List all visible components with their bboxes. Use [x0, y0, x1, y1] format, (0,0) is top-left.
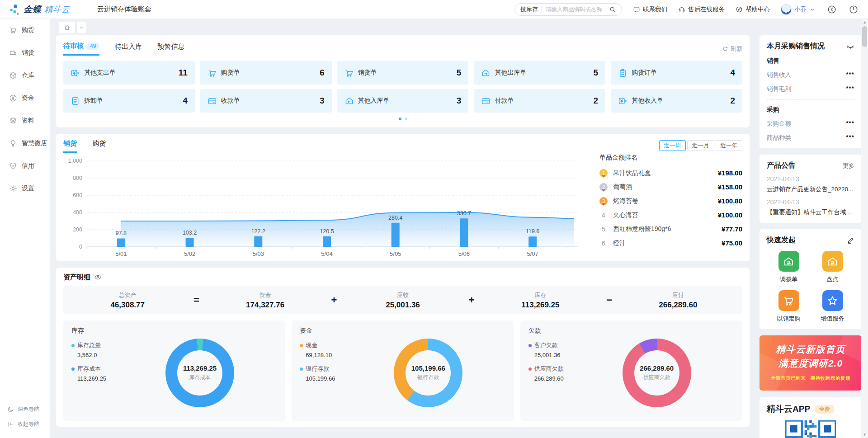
sidebar-item-销货[interactable]: 销货 [0, 42, 50, 64]
todo-card-购货单[interactable]: 购货单6 [200, 61, 332, 85]
legend-label: 库存总量 [77, 341, 101, 349]
carousel-dot[interactable] [405, 118, 407, 120]
home-tab[interactable] [59, 22, 75, 33]
todo-tabs-row: 待审核49待出入库预警信息 刷新 [63, 42, 742, 56]
page-scrollbar[interactable]: ▲ ▼ [861, 19, 868, 438]
period-button-近一月[interactable]: 近一月 [687, 140, 714, 151]
todo-tab-待出入库[interactable]: 待出入库 [115, 42, 142, 56]
tab-dropdown-button[interactable] [77, 22, 86, 33]
announcements-more-link[interactable]: 更多 [843, 162, 854, 170]
house-in-icon [344, 96, 354, 106]
svg-text:97.8: 97.8 [116, 230, 127, 236]
breakdown-legend: 客户欠款25,001.36供应商欠款266,289.60 [528, 341, 564, 388]
ranking-item[interactable]: 3烤海苔卷¥100.80 [599, 194, 742, 208]
brand-logo[interactable]: 金蝶 精斗云 [9, 4, 70, 15]
todo-card-销货单[interactable]: 销货单5 [337, 61, 469, 85]
period-button-近一年[interactable]: 近一年 [716, 140, 743, 151]
announcement-link[interactable]: 【重要通知】精斗云工作台域... [767, 208, 854, 217]
avatar[interactable] [781, 4, 792, 15]
scroll-down-arrow[interactable]: ▼ [861, 433, 868, 437]
sidebar-item-仓库[interactable]: 仓库 [0, 64, 50, 87]
trend-tab-销货[interactable]: 销货 [63, 139, 77, 153]
ranking-item[interactable]: 2葡萄酒¥158.00 [599, 180, 742, 194]
period-buttons: 近一周近一月近一年 [659, 140, 743, 151]
todo-tab-待审核[interactable]: 待审核49 [63, 42, 99, 56]
todo-card-其他入库单[interactable]: 其他入库单3 [337, 89, 469, 113]
topbar-link-售后在线服务[interactable]: 售后在线服务 [678, 5, 725, 14]
quick-action-以销定购[interactable]: 以销定购 [777, 290, 801, 323]
ranking-item-name: 西红柿意粉酱190g*6 [613, 225, 716, 233]
eye-off-icon[interactable] [846, 42, 854, 51]
sidebar-item-智慧微店[interactable]: 智慧微店 [0, 132, 50, 155]
svg-text:120.5: 120.5 [320, 228, 334, 235]
todo-card-其他出库单[interactable]: 其他出库单5 [474, 61, 605, 85]
quick-action-调拨单[interactable]: 调拨单 [778, 251, 799, 283]
ranking-item[interactable]: 4夹心海苔¥100.00 [599, 208, 742, 222]
pencil-icon[interactable] [847, 236, 854, 244]
sidebar-item-设置[interactable]: 设置 [0, 177, 50, 200]
todo-card-付款单[interactable]: 付款单2 [474, 89, 605, 113]
formula-stat-资金: 资金174,327.76 [201, 291, 329, 310]
topbar-link-帮助中心[interactable]: 帮助中心 [736, 5, 770, 14]
sidebar-footer-深色导航[interactable]: 深色导航 [0, 402, 50, 417]
trend-chart-svg: 02004006008001,00097.8103.2122.2120.5280… [61, 155, 580, 261]
todo-card-购货订单[interactable]: 购货订单4 [611, 61, 742, 85]
carousel-dot[interactable] [399, 118, 401, 120]
search-box[interactable]: 搜库存 [514, 3, 622, 16]
sidebar-footer-收起导航[interactable]: 收起导航 [0, 417, 50, 432]
user-menu[interactable]: 小乔 [781, 4, 816, 15]
legend-dot [528, 344, 532, 347]
house-swap-icon [783, 255, 795, 268]
formula-stat-应收: 应收25,001.36 [339, 291, 467, 310]
survey-banner[interactable]: 精斗云新版首页 满意度调研2.0 全新首页已到来 期待收到您的反馈 [760, 335, 862, 391]
ranking-item[interactable]: 5西红柿意粉酱190g*6¥77.70 [599, 222, 742, 236]
power-button[interactable] [848, 4, 859, 15]
kingdee-logo-icon [9, 4, 21, 15]
todo-card-其他支出单[interactable]: 其他支出单11 [63, 61, 195, 85]
search-icon[interactable] [609, 6, 616, 13]
quick-action-tile [822, 251, 843, 272]
quick-action-增值服务[interactable]: 增值服务 [821, 290, 844, 323]
ranking-item-amount: ¥198.00 [718, 169, 742, 177]
quick-action-盘点[interactable]: 盘点 [822, 251, 843, 283]
refresh-button[interactable]: 刷新 [722, 45, 742, 53]
svg-text:119.6: 119.6 [526, 228, 539, 235]
formula-stat-应付: 应付266,289.60 [614, 291, 742, 310]
todo-tab-预警信息[interactable]: 预警信息 [157, 42, 184, 56]
trend-tab-购货[interactable]: 购货 [92, 139, 106, 153]
quick-action-label: 盘点 [827, 275, 839, 283]
eye-icon[interactable] [94, 273, 102, 281]
sidebar-item-label: 资料 [22, 117, 34, 125]
sidebar-item-购货[interactable]: 购货 [0, 19, 50, 42]
scroll-up-arrow[interactable]: ▲ [861, 20, 868, 24]
sidebar-item-资金[interactable]: 资金 [0, 87, 50, 109]
quick-action-tile [778, 290, 799, 311]
legend-item-库存成本: 库存成本113,269.25 [71, 365, 106, 382]
svg-text:5/05: 5/05 [390, 250, 401, 257]
main-content: 待审核49待出入库预警信息 刷新 其他支出单11购货单6销货单5其他出库单5购货… [56, 35, 750, 427]
formula-stat-value: 174,327.76 [201, 301, 329, 310]
yen-in-icon [618, 96, 627, 106]
todo-card-label: 其他入库单 [358, 97, 390, 105]
ranking-item[interactable]: 6橙汁¥75.00 [599, 236, 742, 250]
ranking-item-name: 果汁饮品礼盒 [613, 169, 712, 177]
sidebar-item-资料[interactable]: 资料 [0, 109, 50, 132]
ranking-item-amount: ¥77.70 [722, 225, 742, 233]
quick-actions-grid: 调拨单盘点以销定购增值服务 [767, 251, 854, 323]
todo-card-拆卸单[interactable]: 拆卸单4 [63, 89, 195, 113]
ranking-item[interactable]: 1果汁饮品礼盒¥198.00 [599, 166, 742, 180]
search-scope-selector[interactable]: 搜库存 [520, 5, 538, 14]
cube-icon [9, 71, 17, 80]
topbar-link-联系我们[interactable]: 联系我们 [633, 5, 667, 14]
todo-card-其他收入单[interactable]: 其他收入单2 [611, 89, 742, 113]
sidebar-item-信用[interactable]: 信用 [0, 155, 50, 177]
todo-tab-badge: 49 [86, 42, 99, 50]
todo-card-收款单[interactable]: 收款单3 [200, 89, 332, 113]
search-divider [542, 6, 542, 13]
scrollbar-thumb[interactable] [862, 26, 867, 47]
period-button-近一周[interactable]: 近一周 [659, 140, 686, 151]
search-input[interactable] [546, 6, 605, 13]
quick-action-tile [778, 251, 799, 272]
announcement-link[interactable]: 云进销存产品更新公告_20220... [767, 185, 854, 193]
back-to-old-version-button[interactable] [826, 4, 837, 15]
